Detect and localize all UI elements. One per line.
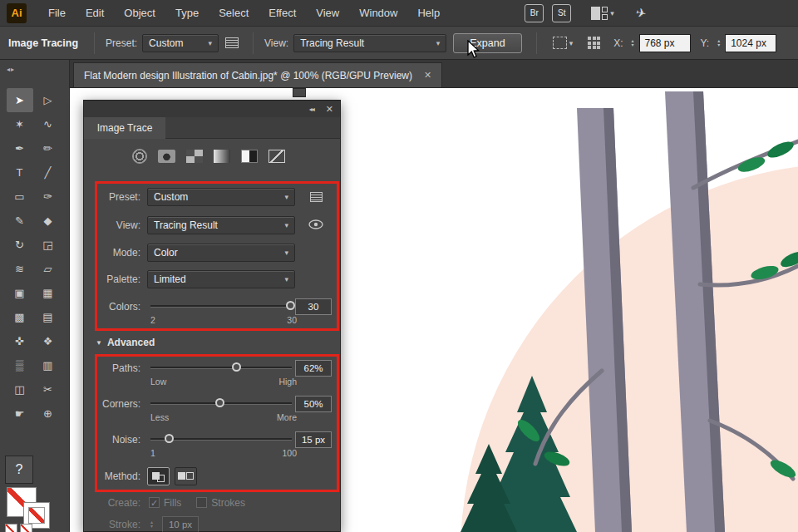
preset-black-white-icon[interactable] <box>241 150 258 163</box>
slice-tool[interactable]: ✂ <box>35 377 62 401</box>
view-dropdown[interactable]: Tracing Result ▾ <box>293 34 446 52</box>
zoom-tool[interactable]: ⊕ <box>35 401 62 426</box>
toolbar-collapse-icon[interactable]: ◂▸ <box>0 60 69 78</box>
image-trace-tab[interactable]: Image Trace <box>84 117 165 139</box>
panel-mode-dropdown[interactable]: Color ▾ <box>147 244 295 262</box>
trace-options-icon[interactable] <box>225 37 239 48</box>
document-tab[interactable]: Flat Modern design Illustration of Cabin… <box>73 62 442 87</box>
paths-slider-knob[interactable] <box>232 362 241 372</box>
corners-slider-label: Corners: <box>84 398 147 410</box>
preset-low-color-icon[interactable] <box>186 150 203 163</box>
menu-type[interactable]: Type <box>165 0 209 27</box>
column-graph-tool[interactable]: ▥ <box>35 353 62 377</box>
paths-min-label: Low <box>150 377 166 387</box>
colors-slider-track[interactable] <box>150 305 292 308</box>
advanced-section-toggle[interactable]: ▼ Advanced <box>96 337 155 348</box>
menu-help[interactable]: Help <box>407 0 450 27</box>
x-stepper[interactable]: ▴ ▾ <box>628 39 638 47</box>
hand-tool[interactable]: ☛ <box>7 401 33 426</box>
preset-auto-color-icon[interactable] <box>132 149 147 164</box>
shape-builder-tool[interactable]: ▣ <box>7 281 33 305</box>
free-transform-tool[interactable]: ▱ <box>35 257 62 281</box>
corners-value-box[interactable]: 50% <box>295 396 332 412</box>
colors-slider-knob[interactable] <box>286 301 295 310</box>
preset-menu-icon[interactable] <box>310 192 323 202</box>
corners-slider-track[interactable] <box>150 402 292 405</box>
method-overlapping-button[interactable] <box>175 467 197 485</box>
preset-high-color-icon[interactable] <box>158 150 175 163</box>
gradient-tool[interactable]: ▤ <box>35 305 62 329</box>
preset-dropdown[interactable]: Custom ▾ <box>142 34 219 52</box>
curvature-tool[interactable]: ✏ <box>35 136 62 160</box>
swatch-none[interactable] <box>20 524 32 532</box>
y-position-field[interactable]: 1024 px <box>725 34 776 52</box>
shaper-tool[interactable]: ✎ <box>7 209 33 233</box>
workspace-chevron-icon[interactable]: ▾ <box>610 9 614 17</box>
colors-value-box[interactable]: 30 <box>295 298 332 315</box>
colors-slider-label: Colors: <box>84 301 147 313</box>
panel-preset-dropdown[interactable]: Custom ▾ <box>147 188 295 206</box>
paths-value-box[interactable]: 62% <box>295 360 332 377</box>
line-segment-tool[interactable]: ╱ <box>35 160 62 185</box>
preset-outline-icon[interactable] <box>268 150 285 163</box>
selection-tool[interactable]: ➤ <box>7 88 33 112</box>
method-abutting-button[interactable] <box>147 467 170 485</box>
y-stepper[interactable]: ▴ ▾ <box>714 39 723 47</box>
pen-tool[interactable]: ✒ <box>7 136 33 160</box>
width-tool[interactable]: ≋ <box>7 257 33 281</box>
noise-slider-knob[interactable] <box>165 434 174 443</box>
menu-effect[interactable]: Effect <box>259 0 306 27</box>
eye-icon[interactable] <box>308 218 323 233</box>
swatch-none[interactable] <box>5 524 17 532</box>
stock-button[interactable]: St <box>552 4 571 22</box>
panel-preset-label: Preset: <box>84 191 147 203</box>
panel-palette-dropdown[interactable]: Limited ▾ <box>147 270 295 288</box>
type-tool[interactable]: T <box>7 160 33 185</box>
menu-edit[interactable]: Edit <box>76 0 114 27</box>
bridge-button[interactable]: Br <box>525 4 544 22</box>
magic-wand-tool[interactable]: ✶ <box>7 112 33 136</box>
lasso-tool[interactable]: ∿ <box>35 112 62 136</box>
align-grid-icon[interactable] <box>588 37 600 49</box>
panel-mode-value: Color <box>154 247 178 259</box>
share-rocket-icon[interactable]: ✈ <box>634 4 648 21</box>
chevron-down-icon[interactable]: ▾ <box>569 39 574 47</box>
eyedropper-tool[interactable]: ✜ <box>7 329 33 353</box>
noise-slider-track[interactable] <box>150 438 292 441</box>
paths-slider-track[interactable] <box>150 367 292 369</box>
stroke-value-box[interactable]: 10 px <box>162 516 199 532</box>
workspace-switcher-icon[interactable] <box>591 7 608 20</box>
menu-view[interactable]: View <box>306 0 349 27</box>
menu-file[interactable]: File <box>38 0 76 27</box>
preset-grayscale-icon[interactable] <box>214 150 230 163</box>
close-icon[interactable]: ✕ <box>424 70 431 81</box>
rectangle-tool[interactable]: ▭ <box>7 185 33 209</box>
noise-value-box[interactable]: 15 px <box>295 431 332 448</box>
blend-tool[interactable]: ❖ <box>35 329 62 353</box>
corners-slider-knob[interactable] <box>215 398 224 407</box>
perspective-grid-tool[interactable]: ▦ <box>35 281 62 305</box>
direct-selection-tool[interactable]: ▷ <box>35 88 62 112</box>
control-bar: Image Tracing Preset: Custom ▾ View: Tra… <box>0 27 798 60</box>
paintbrush-tool[interactable]: ✑ <box>35 185 62 209</box>
help-box[interactable]: ? <box>5 456 33 484</box>
panel-view-dropdown[interactable]: Tracing Result ▾ <box>147 216 295 234</box>
fills-checkbox[interactable]: ✓ <box>149 497 160 508</box>
eraser-tool[interactable]: ◆ <box>35 209 62 233</box>
rotate-tool[interactable]: ↻ <box>7 233 33 257</box>
expand-button[interactable]: Expand <box>453 33 521 53</box>
symbol-sprayer-tool[interactable]: ▒ <box>7 353 33 377</box>
scale-tool[interactable]: ◲ <box>35 233 62 257</box>
stroke-stepper[interactable]: ▴ ▾ <box>147 520 156 529</box>
mesh-tool[interactable]: ▩ <box>7 305 33 329</box>
strokes-checkbox[interactable] <box>196 497 207 508</box>
artboard-tool[interactable]: ◫ <box>7 377 33 401</box>
panel-close-icon[interactable]: ✕ <box>326 104 333 115</box>
bounding-box-icon[interactable] <box>553 37 567 49</box>
panel-collapse-icon[interactable]: ◂◂ <box>309 106 314 113</box>
x-position-field[interactable]: 768 px <box>639 34 691 52</box>
menu-object[interactable]: Object <box>114 0 165 27</box>
preset-label: Preset: <box>106 37 137 49</box>
menu-select[interactable]: Select <box>209 0 259 27</box>
menu-window[interactable]: Window <box>349 0 407 27</box>
